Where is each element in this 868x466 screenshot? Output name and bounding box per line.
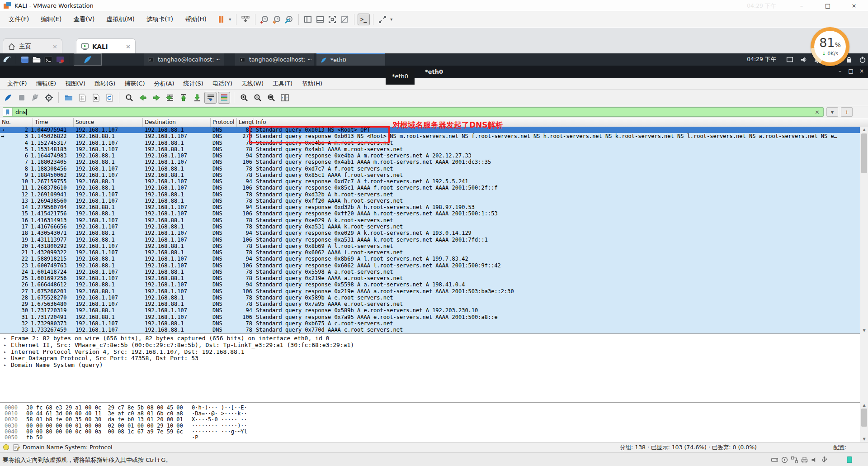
- packet-row[interactable]: 131.269438560192.168.1.107192.168.88.1DN…: [0, 198, 860, 204]
- packet-row[interactable]: 121.269109941192.168.1.107192.168.88.1DN…: [0, 191, 860, 198]
- snapshot-revert-icon[interactable]: [271, 14, 283, 25]
- go-bottom-icon[interactable]: [191, 92, 203, 104]
- snapshot-manage-icon[interactable]: [283, 14, 295, 25]
- wireshark-minimize-button[interactable]: –: [835, 68, 844, 74]
- usb-icon[interactable]: [820, 456, 828, 464]
- go-top-icon[interactable]: [177, 92, 189, 104]
- window-icon[interactable]: [19, 54, 31, 65]
- packet-row[interactable]: 91.188450062192.168.1.107192.168.88.1DNS…: [0, 172, 860, 178]
- wireshark-menu-item[interactable]: 工具(T): [268, 79, 297, 89]
- capture-comment-icon[interactable]: [12, 444, 21, 452]
- detail-row[interactable]: ▸User Datagram Protocol, Src Port: 47358…: [0, 355, 860, 362]
- resize-columns-icon[interactable]: [278, 92, 291, 104]
- fullscreen-icon[interactable]: [326, 14, 339, 25]
- unity-disabled-icon[interactable]: [339, 14, 351, 25]
- wireshark-menu-item[interactable]: 统计(S): [179, 79, 208, 89]
- taskbar-clock[interactable]: 04:29 下午: [747, 2, 776, 10]
- power-icon[interactable]: [858, 55, 867, 64]
- expander-icon[interactable]: ▸: [4, 349, 6, 356]
- display-icon[interactable]: [54, 54, 66, 65]
- terminal-toggle[interactable]: >_: [358, 14, 370, 25]
- restart-capture-icon[interactable]: [29, 92, 41, 104]
- taskbar-window-button[interactable]: tanghao@localhost: ~: [144, 53, 224, 66]
- packet-row[interactable]: 61.164474983192.168.88.1192.168.1.107DNS…: [0, 152, 860, 159]
- start-capture-icon[interactable]: [2, 92, 14, 104]
- dropdown-caret-icon[interactable]: ▾: [227, 17, 233, 22]
- add-filter-button[interactable]: +: [841, 107, 853, 117]
- detail-row[interactable]: ▸Ethernet II, Src: VMware_c7:8e:5b (00:0…: [0, 342, 860, 349]
- reload-file-icon[interactable]: [103, 92, 115, 104]
- wireshark-menu-item[interactable]: 分析(A): [149, 79, 179, 89]
- bytes-scrollbar[interactable]: ▲ ▼: [860, 402, 868, 442]
- printer-icon[interactable]: [800, 456, 808, 464]
- column-source[interactable]: Source: [74, 118, 143, 127]
- go-back-icon[interactable]: [137, 92, 149, 104]
- zoom-reset-icon[interactable]: [265, 92, 277, 104]
- packet-row[interactable]: 311.731720491192.168.88.1192.168.1.107DN…: [0, 314, 860, 320]
- scroll-down-icon[interactable]: ▼: [860, 436, 868, 442]
- vmware-menu-item[interactable]: 查看(V): [67, 14, 100, 25]
- vmware-menu-item[interactable]: 虚拟机(M): [100, 14, 141, 25]
- save-file-icon[interactable]: [76, 92, 88, 104]
- wireshark-maximize-button[interactable]: □: [846, 68, 855, 74]
- vmware-close-button[interactable]: ×: [844, 0, 864, 11]
- open-file-icon[interactable]: [62, 92, 75, 104]
- zoom-out-icon[interactable]: [251, 92, 264, 104]
- packet-row[interactable]: 181.430543071192.168.88.1192.168.1.107DN…: [0, 230, 860, 236]
- column-no[interactable]: No.: [0, 118, 33, 127]
- expander-icon[interactable]: ▸: [4, 362, 6, 369]
- tab-kali-close-icon[interactable]: ×: [126, 43, 131, 50]
- expert-info-icon[interactable]: [3, 444, 9, 450]
- snapshot-take-icon[interactable]: [259, 14, 271, 25]
- wireshark-menu-item[interactable]: 文件(F): [3, 79, 32, 89]
- network-icon[interactable]: [790, 456, 798, 464]
- wireshark-launcher-icon[interactable]: [74, 53, 102, 66]
- stop-capture-icon[interactable]: [15, 92, 28, 104]
- packet-row[interactable]: 301.731720319192.168.88.1192.168.1.107DN…: [0, 307, 860, 314]
- zoom-in-icon[interactable]: [238, 92, 250, 104]
- wireshark-menu-item[interactable]: 帮助(H): [297, 79, 327, 89]
- find-packet-icon[interactable]: [123, 92, 135, 104]
- wireshark-menu-item[interactable]: 无线(W): [237, 79, 268, 89]
- vmware-menu-item[interactable]: 选项卡(T): [141, 14, 179, 25]
- files-icon[interactable]: [31, 54, 42, 65]
- colorize-toggle[interactable]: [218, 92, 230, 104]
- packet-row[interactable]: →31.145026822192.168.88.1192.168.1.107DN…: [0, 133, 860, 139]
- scroll-up-icon[interactable]: ▲: [860, 127, 868, 133]
- packet-row[interactable]: 151.415421756192.168.88.1192.168.1.107DN…: [0, 210, 860, 217]
- hex-row[interactable]: 004000 00 80 00 00 0c 00 0a 00 08 1c 67 …: [0, 429, 860, 435]
- packet-row[interactable]: 101.267159755192.168.88.1192.168.1.107DN…: [0, 178, 860, 185]
- terminal-icon[interactable]: [42, 54, 54, 65]
- expander-icon[interactable]: ▸: [4, 355, 6, 362]
- ctrl-alt-del-icon[interactable]: [240, 14, 252, 25]
- wireshark-menu-item[interactable]: 跳转(G): [90, 79, 120, 89]
- close-file-icon[interactable]: [90, 92, 102, 104]
- clear-filter-icon[interactable]: ×: [815, 109, 820, 115]
- harddisk-icon[interactable]: [770, 456, 778, 464]
- hex-row[interactable]: 002058 01 b8 fe 00 35 00 30 da fe b0 13 …: [0, 417, 860, 423]
- expand-icon[interactable]: [377, 14, 389, 25]
- packet-row[interactable]: 111.268378610192.168.88.1192.168.1.107DN…: [0, 185, 860, 191]
- packet-row[interactable]: 321.732980373192.168.1.107192.168.88.1DN…: [0, 320, 860, 327]
- packet-row[interactable]: 241.601418724192.168.1.107192.168.88.1DN…: [0, 269, 860, 275]
- packet-row[interactable]: 331.733267459192.168.1.107192.168.88.1DN…: [0, 327, 860, 333]
- packet-row[interactable]: 211.432099322192.168.1.107192.168.88.1DN…: [0, 249, 860, 256]
- packet-row[interactable]: 231.600749763192.168.88.1192.168.1.107DN…: [0, 262, 860, 269]
- vmware-menu-item[interactable]: 编辑(E): [35, 14, 67, 25]
- vmware-menu-item[interactable]: 帮助(H): [179, 14, 212, 25]
- autoscroll-toggle[interactable]: [204, 92, 217, 104]
- column-info[interactable]: Info: [254, 118, 860, 127]
- detail-row[interactable]: ▸Frame 2: 82 bytes on wire (656 bits), 8…: [0, 335, 860, 342]
- filter-input[interactable]: dns ×: [3, 107, 824, 117]
- wireshark-menu-item[interactable]: 电话(Y): [208, 79, 237, 89]
- column-destination[interactable]: Destination: [143, 118, 211, 127]
- panel-left-icon[interactable]: [302, 14, 314, 25]
- packet-row[interactable]: 191.431113977192.168.88.1192.168.1.107DN…: [0, 237, 860, 243]
- packet-row[interactable]: 161.416314913192.168.1.107192.168.88.1DN…: [0, 217, 860, 223]
- go-forward-icon[interactable]: [150, 92, 162, 104]
- hex-row[interactable]: 003000 00 00 00 00 01 00 00 02 00 01 00 …: [0, 423, 860, 429]
- filter-dropdown-button[interactable]: ▾: [826, 107, 838, 117]
- packet-list-scrollbar[interactable]: ▲ ▼: [860, 127, 868, 333]
- packet-row[interactable]: 71.188023405192.168.88.1192.168.1.107DNS…: [0, 159, 860, 165]
- pause-button[interactable]: [215, 14, 227, 25]
